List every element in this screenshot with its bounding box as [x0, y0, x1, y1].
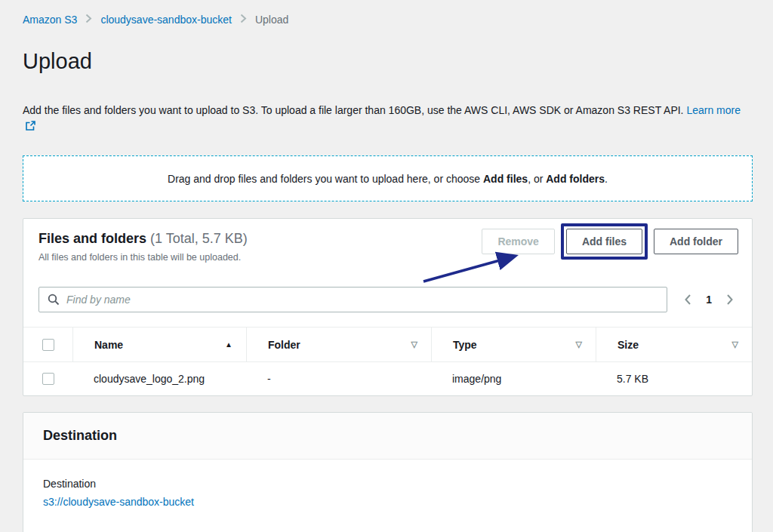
remove-button[interactable]: Remove	[482, 229, 554, 254]
column-label-type: Type	[453, 339, 477, 351]
sort-ascending-icon: ▲	[225, 340, 233, 349]
destination-panel-body: Destination s3://cloudysave-sandbox-buck…	[23, 460, 752, 532]
files-table: Name ▲ Folder ▽ Type ▽ Size ▽	[23, 327, 752, 395]
dropzone-add-folders-label: Add folders	[546, 173, 605, 185]
next-page-button[interactable]	[726, 294, 734, 306]
breadcrumb: Amazon S3 cloudysave-sandbox-bucket Uplo…	[23, 14, 753, 26]
cell-file-name: cloudysave_logo_2.png	[72, 373, 246, 385]
files-counter: (1 Total, 5.7 KB)	[150, 231, 248, 246]
description-text: Add the files and folders you want to up…	[23, 104, 684, 116]
external-link-icon	[26, 121, 35, 133]
select-all-checkbox[interactable]	[42, 339, 54, 351]
chevron-right-icon	[85, 14, 92, 26]
add-files-button[interactable]: Add files	[566, 229, 642, 254]
sort-down-icon: ▽	[732, 340, 738, 349]
column-header-type[interactable]: Type ▽	[431, 328, 596, 361]
add-folder-button[interactable]: Add folder	[654, 229, 738, 254]
table-header-row: Name ▲ Folder ▽ Type ▽ Size ▽	[23, 328, 752, 362]
column-header-folder[interactable]: Folder ▽	[246, 328, 431, 361]
page-description: Add the files and folders you want to up…	[23, 103, 753, 135]
previous-page-button[interactable]	[684, 294, 691, 306]
files-and-folders-panel: Files and folders (1 Total, 5.7 KB) All …	[23, 218, 753, 396]
current-page-number: 1	[706, 294, 712, 306]
column-label-size: Size	[617, 339, 639, 351]
dropzone-text: Drag and drop files and folders you want…	[168, 173, 608, 185]
column-header-name[interactable]: Name ▲	[72, 328, 246, 361]
column-label-folder: Folder	[268, 339, 300, 351]
sort-down-icon: ▽	[576, 340, 582, 349]
chevron-right-icon	[240, 14, 247, 26]
table-toolbar: 1	[23, 287, 752, 312]
row-checkbox[interactable]	[42, 373, 54, 385]
drag-drop-zone[interactable]: Drag and drop files and folders you want…	[23, 155, 753, 201]
search-input[interactable]	[38, 287, 667, 312]
destination-panel-title: Destination	[23, 413, 752, 460]
breadcrumb-current-upload: Upload	[255, 14, 288, 26]
search-field-wrap	[38, 287, 667, 312]
cell-type: image/png	[431, 373, 596, 385]
cell-folder: -	[246, 373, 431, 385]
breadcrumb-amazon-s3[interactable]: Amazon S3	[23, 14, 77, 26]
page-content: Amazon S3 cloudysave-sandbox-bucket Uplo…	[0, 0, 773, 532]
select-all-cell	[23, 328, 72, 361]
column-header-size[interactable]: Size ▽	[596, 328, 752, 361]
destination-panel: Destination Destination s3://cloudysave-…	[23, 412, 753, 532]
search-icon	[48, 294, 60, 309]
breadcrumb-bucket[interactable]: cloudysave-sandbox-bucket	[100, 14, 232, 26]
annotation-highlight-box: Add files	[561, 223, 648, 260]
dropzone-add-files-label: Add files	[483, 173, 528, 185]
row-select-cell	[23, 373, 72, 385]
column-label-name: Name	[94, 339, 123, 351]
sort-down-icon: ▽	[411, 340, 417, 349]
panel-action-buttons: Remove Add files Add folder	[482, 223, 738, 260]
page-title: Upload	[23, 47, 753, 75]
table-row: cloudysave_logo_2.png - image/png 5.7 KB	[23, 362, 752, 395]
destination-bucket-link[interactable]: s3://cloudysave-sandbox-bucket	[43, 496, 194, 508]
learn-more-link[interactable]: Learn more	[686, 104, 741, 116]
destination-label: Destination	[43, 478, 732, 490]
destination-value: s3://cloudysave-sandbox-bucket	[43, 496, 732, 508]
files-panel-header: Files and folders (1 Total, 5.7 KB) All …	[23, 219, 752, 263]
pagination: 1	[684, 294, 737, 306]
cell-size: 5.7 KB	[596, 373, 752, 385]
